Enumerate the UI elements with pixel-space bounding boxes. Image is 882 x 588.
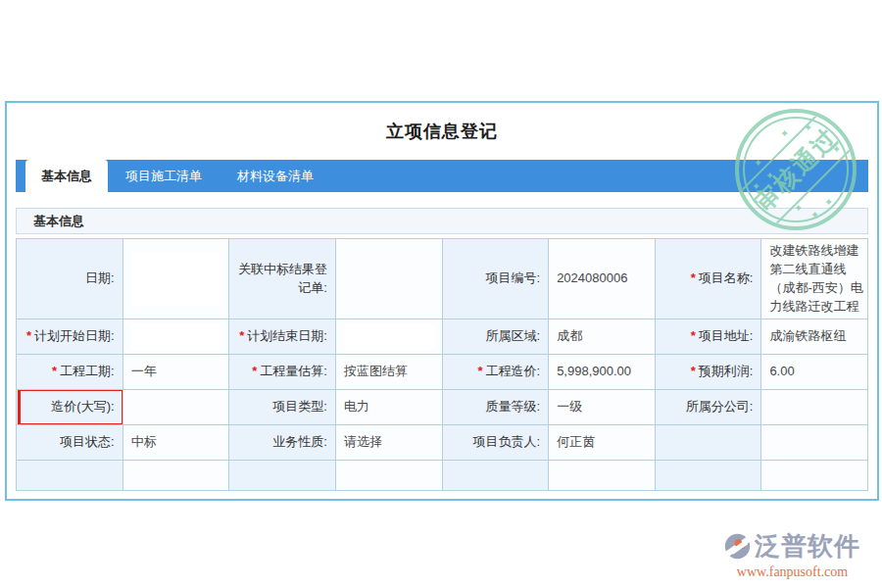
required-asterisk: *	[691, 328, 696, 343]
required-asterisk: *	[239, 328, 244, 343]
basic-info-table: 日期:关联中标结果登记单:项目编号:2024080006*项目名称:改建铁路线增…	[16, 238, 868, 491]
field-value-project-duration[interactable]: 一年	[122, 355, 229, 390]
field-label-branch-company: 所属分公司:	[655, 390, 761, 425]
field-value-project-status[interactable]: 中标	[122, 425, 229, 461]
field-value-expected-profit[interactable]: 6.00	[761, 355, 868, 390]
field-value-related-bid-result[interactable]	[335, 239, 442, 319]
text-input-plan-end-date[interactable]	[344, 324, 434, 350]
field-value-branch-company[interactable]	[761, 390, 868, 425]
field-value-plan-end-date[interactable]	[335, 319, 442, 355]
field-label-expected-profit: *预期利润:	[655, 355, 761, 390]
field-label-empty	[655, 425, 761, 461]
field-value-project-type[interactable]: 电力	[335, 390, 442, 425]
field-value-empty	[761, 461, 868, 491]
tab-construction-list[interactable]: 项目施工清单	[108, 160, 220, 192]
text-input-plan-start-date[interactable]	[131, 324, 221, 350]
text-input-date[interactable]	[131, 253, 221, 306]
tab-basic-info[interactable]: 基本信息	[25, 160, 108, 197]
field-value-date[interactable]	[122, 239, 229, 319]
required-asterisk: *	[252, 364, 257, 378]
field-label-empty	[17, 461, 123, 491]
field-value-quality-grade[interactable]: 一级	[549, 390, 656, 425]
field-value-region[interactable]: 成都	[549, 319, 656, 355]
field-label-quantity-estimate: *工程量估算:	[229, 355, 336, 390]
field-value-business-nature[interactable]: 请选择	[335, 425, 442, 461]
required-asterisk: *	[691, 270, 696, 285]
form-row: 项目状态:中标业务性质:请选择项目负责人:何正茵	[17, 425, 868, 461]
field-label-region: 所属区域:	[442, 319, 549, 355]
field-value-project-name[interactable]: 改建铁路线增建第二线直通线（成都-西安）电力线路迁改工程	[761, 239, 868, 319]
field-value-empty	[549, 461, 656, 491]
footer-brand-name: 泛普软件	[755, 529, 860, 564]
field-label-project-address: *项目地址:	[655, 319, 761, 355]
tab-bar: 基本信息 项目施工清单 材料设备清单	[16, 160, 868, 192]
form-row: 造价(大写):项目类型:电力质量等级:一级所属分公司:	[17, 390, 868, 425]
form-row: *计划开始日期:*计划结束日期:所属区域:成都*项目地址:成渝铁路枢纽	[17, 319, 868, 355]
field-label-plan-end-date: *计划结束日期:	[229, 319, 336, 355]
fanpu-logo-icon	[724, 533, 751, 560]
field-value-project-no[interactable]: 2024080006	[549, 239, 656, 319]
field-value-quantity-estimate[interactable]: 按蓝图结算	[335, 355, 442, 390]
field-value-cost-in-words[interactable]	[122, 390, 229, 425]
section-header-basic-info: 基本信息	[16, 208, 868, 234]
field-label-project-name: *项目名称:	[655, 239, 761, 319]
basic-info-table-body: 日期:关联中标结果登记单:项目编号:2024080006*项目名称:改建铁路线增…	[17, 239, 868, 491]
field-label-business-nature: 业务性质:	[229, 425, 336, 461]
footer-brand-url: www.fanpusoft.com	[724, 564, 860, 580]
field-label-empty	[229, 461, 336, 491]
required-asterisk: *	[26, 328, 31, 343]
field-label-plan-start-date: *计划开始日期:	[17, 319, 123, 355]
required-asterisk: *	[691, 364, 696, 378]
page: 立项信息登记 基本信息 项目施工清单 材料设备清单 基本信息 日期:关联中标结果…	[0, 0, 882, 588]
main-panel: 立项信息登记 基本信息 项目施工清单 材料设备清单 基本信息 日期:关联中标结果…	[5, 101, 879, 501]
required-asterisk: *	[52, 364, 57, 378]
field-label-project-type: 项目类型:	[229, 390, 336, 425]
field-value-plan-start-date[interactable]	[122, 319, 229, 355]
field-label-empty	[655, 461, 761, 491]
tab-material-equipment-list[interactable]: 材料设备清单	[220, 160, 331, 192]
field-label-related-bid-result: 关联中标结果登记单:	[229, 239, 336, 319]
field-label-project-status: 项目状态:	[17, 425, 123, 461]
footer-brand: 泛普软件 www.fanpusoft.com	[724, 529, 860, 580]
basic-info-table-wrap: 日期:关联中标结果登记单:项目编号:2024080006*项目名称:改建铁路线增…	[16, 238, 868, 491]
field-value-project-manager[interactable]: 何正茵	[549, 425, 656, 461]
page-title: 立项信息登记	[7, 120, 877, 143]
field-label-project-duration: *工程工期:	[17, 355, 123, 390]
required-asterisk: *	[477, 364, 482, 378]
field-label-project-cost: *工程造价:	[442, 355, 549, 390]
form-row: *工程工期:一年*工程量估算:按蓝图结算*工程造价:5,998,900.00*预…	[17, 355, 868, 390]
field-label-project-no: 项目编号:	[442, 239, 549, 319]
field-value-empty	[761, 425, 868, 461]
field-value-project-address[interactable]: 成渝铁路枢纽	[761, 319, 868, 355]
field-label-quality-grade: 质量等级:	[442, 390, 549, 425]
field-value-empty	[122, 461, 229, 491]
field-label-empty	[442, 461, 549, 491]
form-row: 日期:关联中标结果登记单:项目编号:2024080006*项目名称:改建铁路线增…	[17, 239, 868, 319]
field-value-project-cost[interactable]: 5,998,900.00	[549, 355, 656, 390]
field-label-project-manager: 项目负责人:	[442, 425, 549, 461]
field-value-empty	[335, 461, 442, 491]
field-label-date: 日期:	[17, 239, 123, 319]
form-row	[17, 461, 868, 491]
field-label-cost-in-words: 造价(大写):	[17, 390, 123, 425]
